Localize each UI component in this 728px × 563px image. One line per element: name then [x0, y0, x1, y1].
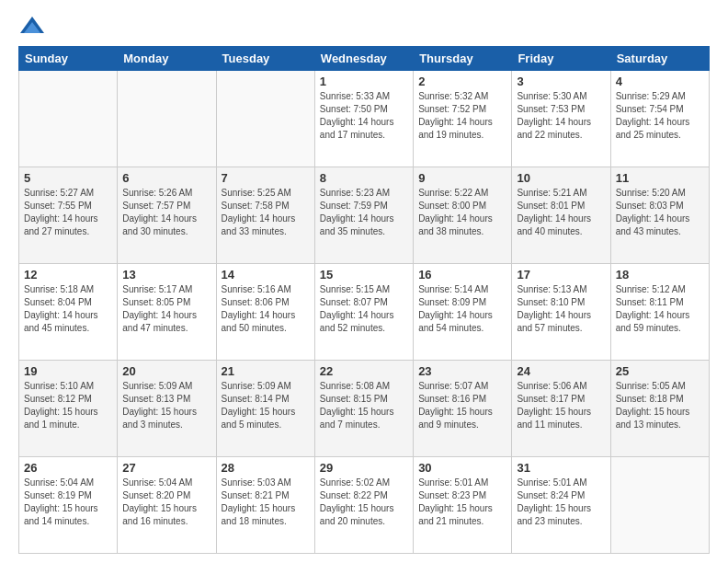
day-cell-12: 12Sunrise: 5:18 AM Sunset: 8:04 PM Dayli…: [19, 264, 118, 361]
day-info: Sunrise: 5:04 AM Sunset: 8:19 PM Dayligh…: [24, 477, 112, 528]
day-cell-6: 6Sunrise: 5:26 AM Sunset: 7:57 PM Daylig…: [118, 167, 216, 264]
logo-icon: [18, 15, 46, 37]
col-header-friday: Friday: [512, 47, 610, 71]
day-number: 23: [418, 364, 506, 378]
day-number: 14: [222, 268, 310, 282]
day-number: 6: [122, 171, 210, 185]
day-cell-20: 20Sunrise: 5:09 AM Sunset: 8:13 PM Dayli…: [118, 361, 216, 457]
day-number: 2: [418, 75, 506, 88]
day-info: Sunrise: 5:03 AM Sunset: 8:21 PM Dayligh…: [222, 477, 310, 528]
logo: [18, 15, 50, 37]
day-number: 31: [517, 461, 605, 475]
col-header-sunday: Sunday: [19, 47, 118, 71]
day-cell-2: 2Sunrise: 5:32 AM Sunset: 7:52 PM Daylig…: [414, 71, 512, 167]
empty-cell: [118, 71, 216, 167]
day-info: Sunrise: 5:01 AM Sunset: 8:24 PM Dayligh…: [517, 477, 605, 528]
week-row-1: 1Sunrise: 5:33 AM Sunset: 7:50 PM Daylig…: [19, 71, 710, 167]
day-cell-29: 29Sunrise: 5:02 AM Sunset: 8:22 PM Dayli…: [314, 457, 413, 554]
day-header-row: SundayMondayTuesdayWednesdayThursdayFrid…: [19, 47, 710, 71]
day-info: Sunrise: 5:02 AM Sunset: 8:22 PM Dayligh…: [320, 477, 408, 528]
day-number: 5: [24, 171, 112, 185]
day-info: Sunrise: 5:09 AM Sunset: 8:14 PM Dayligh…: [222, 380, 310, 431]
day-number: 12: [24, 268, 112, 282]
day-cell-1: 1Sunrise: 5:33 AM Sunset: 7:50 PM Daylig…: [314, 71, 413, 167]
day-number: 19: [24, 364, 112, 378]
day-number: 21: [222, 364, 310, 378]
day-info: Sunrise: 5:33 AM Sunset: 7:50 PM Dayligh…: [320, 90, 408, 142]
day-cell-15: 15Sunrise: 5:15 AM Sunset: 8:07 PM Dayli…: [314, 264, 413, 361]
day-cell-30: 30Sunrise: 5:01 AM Sunset: 8:23 PM Dayli…: [414, 457, 512, 554]
day-number: 15: [320, 268, 408, 282]
day-number: 11: [616, 171, 704, 185]
day-info: Sunrise: 5:15 AM Sunset: 8:07 PM Dayligh…: [320, 283, 408, 335]
day-info: Sunrise: 5:17 AM Sunset: 8:05 PM Dayligh…: [122, 283, 210, 335]
empty-cell: [19, 71, 118, 167]
day-cell-9: 9Sunrise: 5:22 AM Sunset: 8:00 PM Daylig…: [414, 167, 512, 264]
day-cell-13: 13Sunrise: 5:17 AM Sunset: 8:05 PM Dayli…: [118, 264, 216, 361]
col-header-thursday: Thursday: [414, 47, 512, 71]
day-info: Sunrise: 5:13 AM Sunset: 8:10 PM Dayligh…: [517, 283, 605, 335]
day-cell-8: 8Sunrise: 5:23 AM Sunset: 7:59 PM Daylig…: [314, 167, 413, 264]
page: SundayMondayTuesdayWednesdayThursdayFrid…: [0, 0, 728, 563]
day-number: 27: [122, 461, 210, 475]
day-cell-23: 23Sunrise: 5:07 AM Sunset: 8:16 PM Dayli…: [414, 361, 512, 457]
col-header-tuesday: Tuesday: [216, 47, 314, 71]
day-cell-21: 21Sunrise: 5:09 AM Sunset: 8:14 PM Dayli…: [216, 361, 314, 457]
day-cell-26: 26Sunrise: 5:04 AM Sunset: 8:19 PM Dayli…: [19, 457, 118, 554]
day-number: 16: [418, 268, 506, 282]
empty-cell: [610, 457, 709, 554]
day-info: Sunrise: 5:21 AM Sunset: 8:01 PM Dayligh…: [517, 187, 605, 238]
day-cell-17: 17Sunrise: 5:13 AM Sunset: 8:10 PM Dayli…: [512, 264, 610, 361]
calendar-table: SundayMondayTuesdayWednesdayThursdayFrid…: [18, 46, 710, 554]
day-cell-25: 25Sunrise: 5:05 AM Sunset: 8:18 PM Dayli…: [610, 361, 709, 457]
day-number: 8: [320, 171, 408, 185]
day-number: 1: [320, 75, 408, 88]
day-info: Sunrise: 5:14 AM Sunset: 8:09 PM Dayligh…: [418, 283, 506, 335]
day-info: Sunrise: 5:25 AM Sunset: 7:58 PM Dayligh…: [222, 187, 310, 238]
day-info: Sunrise: 5:06 AM Sunset: 8:17 PM Dayligh…: [517, 380, 605, 431]
day-info: Sunrise: 5:07 AM Sunset: 8:16 PM Dayligh…: [418, 380, 506, 431]
day-info: Sunrise: 5:09 AM Sunset: 8:13 PM Dayligh…: [122, 380, 210, 431]
day-cell-4: 4Sunrise: 5:29 AM Sunset: 7:54 PM Daylig…: [610, 71, 709, 167]
day-cell-18: 18Sunrise: 5:12 AM Sunset: 8:11 PM Dayli…: [610, 264, 709, 361]
week-row-5: 26Sunrise: 5:04 AM Sunset: 8:19 PM Dayli…: [19, 457, 710, 554]
day-info: Sunrise: 5:27 AM Sunset: 7:55 PM Dayligh…: [24, 187, 112, 238]
day-cell-3: 3Sunrise: 5:30 AM Sunset: 7:53 PM Daylig…: [512, 71, 610, 167]
day-info: Sunrise: 5:22 AM Sunset: 8:00 PM Dayligh…: [418, 187, 506, 238]
day-info: Sunrise: 5:08 AM Sunset: 8:15 PM Dayligh…: [320, 380, 408, 431]
day-cell-24: 24Sunrise: 5:06 AM Sunset: 8:17 PM Dayli…: [512, 361, 610, 457]
week-row-4: 19Sunrise: 5:10 AM Sunset: 8:12 PM Dayli…: [19, 361, 710, 457]
week-row-2: 5Sunrise: 5:27 AM Sunset: 7:55 PM Daylig…: [19, 167, 710, 264]
day-cell-28: 28Sunrise: 5:03 AM Sunset: 8:21 PM Dayli…: [216, 457, 314, 554]
day-number: 18: [616, 268, 704, 282]
day-info: Sunrise: 5:23 AM Sunset: 7:59 PM Dayligh…: [320, 187, 408, 238]
header: [18, 15, 710, 37]
day-info: Sunrise: 5:12 AM Sunset: 8:11 PM Dayligh…: [616, 283, 704, 335]
day-number: 24: [517, 364, 605, 378]
day-cell-31: 31Sunrise: 5:01 AM Sunset: 8:24 PM Dayli…: [512, 457, 610, 554]
day-number: 7: [222, 171, 310, 185]
day-info: Sunrise: 5:20 AM Sunset: 8:03 PM Dayligh…: [616, 187, 704, 238]
col-header-wednesday: Wednesday: [314, 47, 413, 71]
day-info: Sunrise: 5:01 AM Sunset: 8:23 PM Dayligh…: [418, 477, 506, 528]
day-info: Sunrise: 5:29 AM Sunset: 7:54 PM Dayligh…: [616, 90, 704, 142]
col-header-saturday: Saturday: [610, 47, 709, 71]
day-cell-16: 16Sunrise: 5:14 AM Sunset: 8:09 PM Dayli…: [414, 264, 512, 361]
day-info: Sunrise: 5:32 AM Sunset: 7:52 PM Dayligh…: [418, 90, 506, 142]
week-row-3: 12Sunrise: 5:18 AM Sunset: 8:04 PM Dayli…: [19, 264, 710, 361]
day-info: Sunrise: 5:26 AM Sunset: 7:57 PM Dayligh…: [122, 187, 210, 238]
day-number: 28: [222, 461, 310, 475]
day-info: Sunrise: 5:10 AM Sunset: 8:12 PM Dayligh…: [24, 380, 112, 431]
day-cell-7: 7Sunrise: 5:25 AM Sunset: 7:58 PM Daylig…: [216, 167, 314, 264]
day-number: 9: [418, 171, 506, 185]
day-info: Sunrise: 5:05 AM Sunset: 8:18 PM Dayligh…: [616, 380, 704, 431]
day-number: 10: [517, 171, 605, 185]
day-cell-22: 22Sunrise: 5:08 AM Sunset: 8:15 PM Dayli…: [314, 361, 413, 457]
day-number: 26: [24, 461, 112, 475]
day-info: Sunrise: 5:16 AM Sunset: 8:06 PM Dayligh…: [222, 283, 310, 335]
day-number: 4: [616, 75, 704, 88]
day-cell-14: 14Sunrise: 5:16 AM Sunset: 8:06 PM Dayli…: [216, 264, 314, 361]
day-cell-11: 11Sunrise: 5:20 AM Sunset: 8:03 PM Dayli…: [610, 167, 709, 264]
day-number: 22: [320, 364, 408, 378]
day-cell-10: 10Sunrise: 5:21 AM Sunset: 8:01 PM Dayli…: [512, 167, 610, 264]
